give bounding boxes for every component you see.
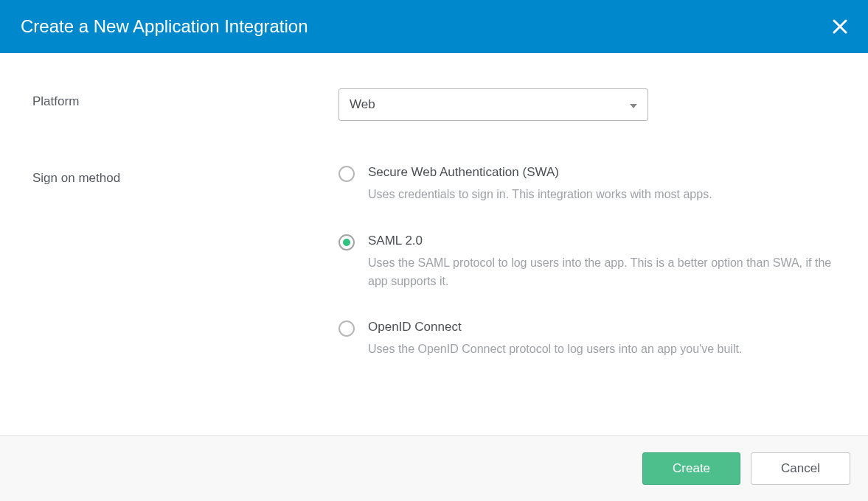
radio-oidc-description: Uses the OpenID Connect protocol to log … bbox=[368, 340, 742, 359]
chevron-down-icon bbox=[630, 97, 637, 112]
radio-option-saml[interactable]: SAML 2.0 Uses the SAML protocol to log u… bbox=[338, 234, 836, 291]
create-button[interactable]: Create bbox=[642, 452, 740, 485]
close-button[interactable] bbox=[833, 19, 847, 34]
platform-control: Web bbox=[338, 88, 836, 121]
sign-on-method-radio-group: Secure Web Authentication (SWA) Uses cre… bbox=[338, 165, 836, 359]
dialog-body: Platform Web Sign on method bbox=[0, 53, 868, 435]
platform-label: Platform bbox=[32, 88, 338, 109]
radio-swa[interactable] bbox=[338, 166, 355, 182]
platform-select-value: Web bbox=[350, 97, 375, 112]
platform-row: Platform Web bbox=[32, 88, 836, 121]
radio-saml-label: SAML 2.0 bbox=[368, 234, 836, 248]
radio-swa-description: Uses credentials to sign in. This integr… bbox=[368, 186, 712, 204]
create-app-integration-dialog: Create a New Application Integration Pla… bbox=[0, 0, 868, 501]
dialog-footer: Create Cancel bbox=[0, 435, 868, 501]
dialog-title: Create a New Application Integration bbox=[21, 16, 308, 37]
radio-option-oidc[interactable]: OpenID Connect Uses the OpenID Connect p… bbox=[338, 320, 836, 359]
radio-oidc-label: OpenID Connect bbox=[368, 320, 742, 334]
dialog-header: Create a New Application Integration bbox=[0, 0, 868, 53]
radio-oidc[interactable] bbox=[338, 320, 355, 337]
radio-option-swa[interactable]: Secure Web Authentication (SWA) Uses cre… bbox=[338, 165, 836, 204]
radio-swa-label: Secure Web Authentication (SWA) bbox=[368, 165, 712, 180]
radio-saml[interactable] bbox=[338, 234, 355, 251]
platform-select[interactable]: Web bbox=[338, 88, 648, 121]
radio-saml-description: Uses the SAML protocol to log users into… bbox=[368, 254, 836, 291]
close-icon bbox=[833, 19, 847, 34]
sign-on-method-control: Secure Web Authentication (SWA) Uses cre… bbox=[338, 165, 836, 359]
sign-on-method-row: Sign on method Secure Web Authentication… bbox=[32, 165, 836, 359]
svg-marker-2 bbox=[630, 104, 637, 108]
sign-on-method-label: Sign on method bbox=[32, 165, 338, 186]
cancel-button[interactable]: Cancel bbox=[751, 452, 850, 485]
